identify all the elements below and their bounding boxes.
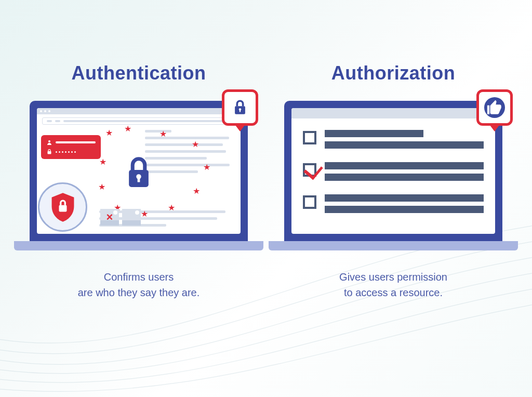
lock-icon [231, 99, 249, 116]
username-field [46, 139, 96, 145]
text-placeholder-block [145, 130, 233, 173]
browser-url-bar [42, 117, 235, 125]
item-text-placeholder [325, 130, 484, 149]
authorization-callout [476, 89, 513, 126]
star-icon: ★ [98, 182, 105, 192]
window-title-bar [291, 108, 495, 118]
star-icon: ★ [159, 129, 167, 139]
svg-rect-4 [48, 151, 51, 154]
item-text-placeholder [325, 194, 484, 213]
star-icon: ★ [124, 124, 131, 134]
authentication-panel: Authentication [30, 62, 248, 300]
caption-line: to access a resource. [344, 287, 443, 298]
thumbs-up-icon [486, 99, 503, 116]
laptop-screen-frame [284, 101, 502, 241]
svg-rect-7 [138, 177, 140, 182]
caption-line: Gives users permission [339, 271, 447, 283]
authorization-title: Authorization [284, 62, 502, 84]
authentication-callout [222, 89, 258, 126]
item-text-placeholder [325, 162, 484, 181]
star-icon: ★ [141, 209, 148, 219]
browser-tab-bar [37, 108, 241, 114]
permission-list [291, 118, 495, 213]
authorization-panel: Authorization [284, 62, 502, 300]
page-content: ★ ★ ★ ★ ★ ★ ★ ★ ★ ★ ★ × [37, 125, 241, 233]
diagram-container: Authentication [0, 0, 532, 300]
permission-item [303, 162, 484, 181]
authorization-laptop [284, 101, 502, 250]
authorization-caption: Gives users permission to access a resou… [284, 269, 502, 300]
laptop-base [269, 241, 518, 250]
permission-item [303, 194, 484, 213]
login-form [41, 135, 101, 159]
svg-point-3 [48, 140, 50, 142]
authentication-laptop: ★ ★ ★ ★ ★ ★ ★ ★ ★ ★ ★ × [30, 101, 248, 250]
app-window [291, 108, 495, 234]
shield-lock-icon [49, 192, 77, 223]
svg-rect-2 [240, 110, 241, 112]
star-icon: ★ [192, 139, 199, 149]
thumbs-up-badge [484, 97, 505, 118]
star-icon: ★ [105, 128, 113, 138]
star-icon: ★ [99, 157, 107, 167]
star-icon: ★ [168, 203, 175, 213]
laptop-base [14, 241, 263, 250]
shield-badge [38, 182, 87, 232]
checkbox-unchecked-icon [303, 131, 316, 144]
image-thumbnail: × [100, 209, 119, 226]
laptop-screen-frame: ★ ★ ★ ★ ★ ★ ★ ★ ★ ★ ★ × [30, 101, 248, 241]
star-icon: ★ [203, 162, 210, 172]
permission-item [303, 130, 484, 149]
authentication-title: Authentication [30, 62, 248, 84]
authentication-caption: Confirms users are who they say they are… [30, 269, 248, 300]
image-thumbnail [122, 209, 141, 226]
user-icon [46, 139, 52, 145]
checkbox-unchecked-icon [303, 195, 316, 209]
password-field [46, 149, 96, 155]
star-icon: ★ [193, 186, 200, 196]
svg-rect-8 [59, 205, 66, 211]
text-placeholder-block [99, 210, 233, 227]
caption-line: Confirms users [104, 271, 174, 283]
checkbox-checked-icon [303, 163, 316, 177]
lock-icon [124, 156, 154, 191]
caption-line: are who they say they are. [78, 287, 200, 298]
browser-window: ★ ★ ★ ★ ★ ★ ★ ★ ★ ★ ★ × [37, 108, 241, 234]
center-lock-graphic [124, 156, 154, 193]
lock-icon [46, 149, 52, 155]
